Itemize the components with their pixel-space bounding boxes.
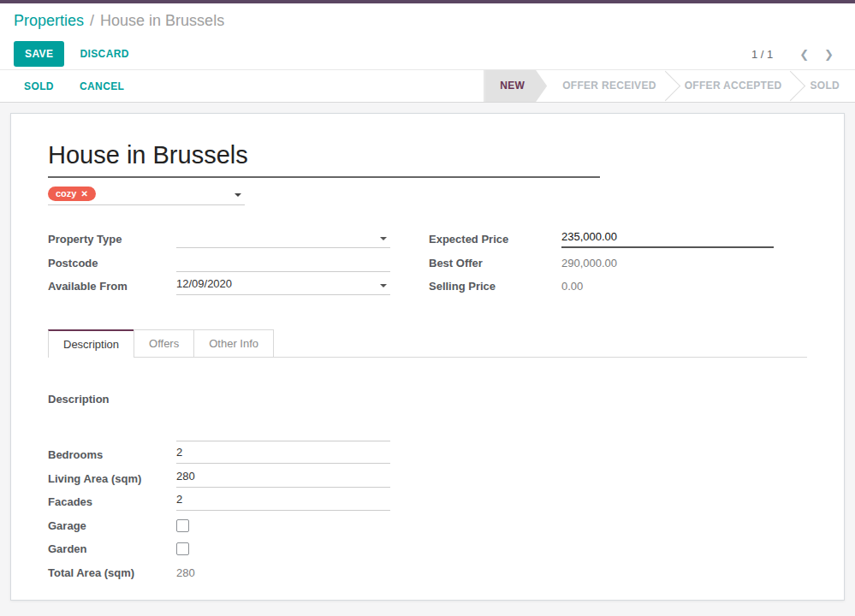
tag-pill: cozy ✕	[48, 187, 96, 201]
field-row-total-area: Total Area (sqm) 280	[48, 561, 807, 585]
form-background: House in Brussels cozy ✕ Property Type P…	[0, 103, 855, 616]
field-label: Total Area (sqm)	[48, 566, 176, 579]
field-label: Postcode	[48, 257, 176, 270]
field-row-facades: Facades 2	[48, 490, 807, 514]
living-area-input[interactable]: 280	[176, 470, 390, 488]
field-label: Available From	[48, 280, 176, 293]
field-label: Expected Price	[429, 233, 561, 246]
tab-offers[interactable]: Offers	[134, 329, 194, 357]
statusbar-steps: NEW OFFER RECEIVED OFFER ACCEPTED SOLD	[484, 70, 855, 102]
best-offer-value: 290,000.00	[561, 257, 617, 270]
description-tab-pane: Description Bedrooms 2 Living Area (sqm)…	[48, 358, 807, 585]
facades-input[interactable]: 2	[176, 493, 390, 511]
field-row-description-label: Description	[48, 388, 807, 412]
status-actions: SOLD CANCEL	[24, 70, 150, 102]
field-row-postcode: Postcode	[48, 252, 429, 275]
expected-price-input[interactable]: 235,000.00	[561, 230, 774, 248]
breadcrumb-parent-link[interactable]: Properties	[14, 12, 84, 30]
field-label: Property Type	[48, 233, 176, 246]
selling-price-value: 0.00	[561, 280, 583, 293]
breadcrumb-separator: /	[90, 12, 94, 30]
form-sheet: House in Brussels cozy ✕ Property Type P…	[10, 113, 845, 601]
pager: 1 / 1 ❮ ❯	[751, 48, 841, 61]
sold-button[interactable]: SOLD	[24, 80, 54, 92]
field-label: Selling Price	[429, 280, 561, 293]
tag-label: cozy	[56, 188, 76, 198]
control-bar: SAVE DISCARD 1 / 1 ❮ ❯	[0, 38, 855, 70]
description-input[interactable]	[176, 424, 390, 441]
save-button[interactable]: SAVE	[14, 41, 64, 67]
tab-description[interactable]: Description	[48, 329, 134, 358]
field-label: Description	[48, 393, 176, 406]
date-dropdown-caret-icon[interactable]	[380, 284, 387, 287]
garden-checkbox[interactable]	[176, 542, 189, 555]
property-type-input[interactable]	[176, 230, 390, 248]
field-label: Garden	[48, 542, 176, 555]
fields-grid: Property Type Postcode Available From 12…	[48, 228, 807, 299]
discard-button[interactable]: DISCARD	[80, 48, 128, 60]
field-row-available-from: Available From 12/09/2020	[48, 275, 429, 298]
field-row-property-type: Property Type	[48, 228, 429, 251]
total-area-value: 280	[176, 566, 195, 579]
fields-left-column: Property Type Postcode Available From 12…	[48, 228, 429, 299]
field-row-living-area: Living Area (sqm) 280	[48, 467, 807, 491]
tags-dropdown-caret-icon[interactable]	[235, 193, 241, 197]
tags-input[interactable]: cozy ✕	[48, 187, 245, 205]
field-row-bedrooms: Bedrooms 2	[48, 443, 807, 467]
field-row-garage: Garage	[48, 514, 807, 538]
field-row-garden: Garden	[48, 537, 807, 561]
tab-other-info[interactable]: Other Info	[193, 329, 274, 357]
field-row-selling-price: Selling Price 0.00	[429, 275, 807, 298]
breadcrumb: Properties / House in Brussels	[0, 3, 855, 38]
status-bar: SOLD CANCEL NEW OFFER RECEIVED OFFER ACC…	[0, 70, 855, 103]
garage-checkbox[interactable]	[176, 519, 189, 532]
fields-right-column: Expected Price 235,000.00 Best Offer 290…	[429, 228, 807, 299]
bedrooms-input[interactable]: 2	[176, 446, 390, 464]
field-label: Garage	[48, 519, 176, 532]
pager-next-icon[interactable]: ❯	[816, 48, 841, 61]
cancel-button[interactable]: CANCEL	[80, 80, 124, 92]
field-row-description-input	[48, 411, 807, 443]
tag-remove-icon[interactable]: ✕	[80, 189, 87, 198]
dropdown-caret-icon[interactable]	[380, 237, 387, 240]
field-label: Facades	[48, 495, 176, 508]
field-label: Best Offer	[429, 257, 561, 270]
field-label: Living Area (sqm)	[48, 472, 176, 485]
field-row-best-offer: Best Offer 290,000.00	[429, 252, 807, 275]
available-from-input[interactable]: 12/09/2020	[176, 277, 390, 295]
statusbar-step-new[interactable]: NEW	[484, 70, 547, 102]
pager-count: 1 / 1	[751, 48, 773, 61]
pager-prev-icon[interactable]: ❮	[792, 48, 816, 61]
property-title-input[interactable]: House in Brussels	[48, 139, 600, 178]
notebook-tabs: Description Offers Other Info	[48, 329, 807, 358]
field-label: Bedrooms	[48, 448, 176, 461]
breadcrumb-current: House in Brussels	[100, 12, 224, 30]
field-row-expected-price: Expected Price 235,000.00	[429, 228, 807, 251]
postcode-input[interactable]	[176, 254, 390, 272]
